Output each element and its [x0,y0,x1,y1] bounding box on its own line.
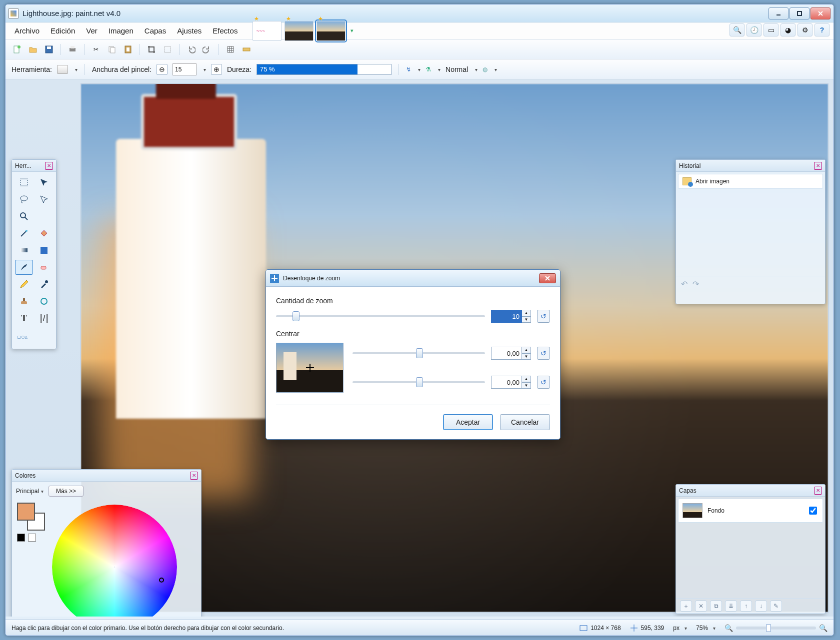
layer-duplicate-button[interactable]: ⧉ [710,601,722,612]
status-zoom-dropdown-icon[interactable] [711,625,716,632]
swap-mini-b[interactable] [28,534,36,542]
colors-more-button[interactable]: Más >> [48,486,84,497]
dialog-cancel-button[interactable]: Cancelar [500,414,550,430]
minimize-button[interactable] [768,7,788,19]
zoom-out-icon[interactable]: 🔍 [724,624,733,632]
center-preview[interactable] [276,343,344,393]
globe-dropdown[interactable] [492,66,497,73]
tool-wand[interactable] [15,226,33,241]
blend-mode-label[interactable]: Normal [446,65,468,73]
aux-wand-icon[interactable]: 🔍 [730,23,744,36]
close-button[interactable] [810,7,830,19]
color-wheel[interactable] [52,505,177,617]
fill-icon[interactable]: ⚗ [426,66,431,73]
aux-window-icon[interactable]: ▭ [764,23,778,36]
zoom-slider[interactable] [736,627,816,630]
dialog-accept-button[interactable]: Aceptar [443,414,493,430]
antialias-icon[interactable]: ↯ [406,66,411,73]
tool-zoom[interactable] [15,209,33,224]
paste-button[interactable] [122,43,134,56]
tool-bucket[interactable] [35,226,53,241]
tool-pan[interactable] [35,209,53,224]
tool-brush[interactable] [15,260,33,275]
layer-row[interactable]: Fondo [678,499,823,523]
status-unit-dropdown-icon[interactable] [682,625,687,632]
fill-dropdown[interactable] [436,66,440,73]
image-tab-1[interactable] [284,21,314,41]
tool-eyedropper[interactable] [35,277,53,292]
aux-gear-icon[interactable]: ⚙ [798,23,812,36]
history-item[interactable]: Abrir imagen [678,174,823,189]
brush-width-input[interactable] [172,63,196,75]
globe-icon[interactable]: ◍ [482,66,488,73]
image-tab-0[interactable]: ~~~ [252,21,282,41]
tool-shapes[interactable] [15,330,30,345]
layer-merge-button[interactable]: ⇊ [725,601,737,612]
layer-props-button[interactable]: ✎ [770,601,782,612]
menu-efectos[interactable]: Efectos [208,23,242,38]
image-tabs-dropdown-icon[interactable]: ▾ [348,27,356,34]
tool-rect-select[interactable] [15,175,33,190]
cut-button[interactable]: ✂ [90,43,102,56]
history-redo-icon[interactable]: ↷ [692,279,699,289]
layer-visible-checkbox[interactable] [809,507,817,515]
tool-pencil[interactable] [15,277,33,292]
primary-color-swatch[interactable] [17,503,35,521]
brush-width-dropdown-icon[interactable] [202,66,206,73]
zoom-blur-dialog[interactable]: Desenfoque de zoom Cantidad de zoom ▲▼ ↺… [266,269,560,440]
center-x-reset-button[interactable]: ↺ [537,347,550,360]
tools-panel[interactable]: Herr... ✕ T ⎮/⎮ [12,159,56,349]
menu-archivo[interactable]: Archivo [10,23,44,38]
center-y-spin-up[interactable]: ▲ [522,376,531,382]
copy-button[interactable] [106,43,118,56]
open-file-button[interactable] [26,43,40,56]
menu-ajustes[interactable]: Ajustes [172,23,206,38]
new-file-button[interactable] [10,43,24,56]
center-y-slider[interactable] [352,381,485,383]
tool-eraser[interactable] [35,260,53,275]
zoom-amount-spin-up[interactable]: ▲ [522,310,531,316]
layers-panel-close-icon[interactable]: ✕ [814,487,822,495]
tool-lasso[interactable] [15,192,33,207]
tool-recolor[interactable] [35,294,53,309]
tool-clone[interactable] [15,294,33,309]
zoom-amount-reset-button[interactable]: ↺ [537,310,550,323]
color-mode-select[interactable]: Principal [16,488,44,495]
blend-mode-dropdown[interactable] [473,66,478,73]
tool-move[interactable] [35,192,53,207]
redo-button[interactable] [200,43,214,56]
ruler-button[interactable] [240,43,253,56]
center-y-input[interactable] [491,376,522,389]
aux-help-icon[interactable]: ? [814,23,830,36]
center-x-spin-down[interactable]: ▼ [522,353,531,360]
aux-clock-icon[interactable]: 🕘 [746,23,762,36]
colors-panel[interactable]: Colores ✕ Principal Más >> [12,469,202,617]
tools-panel-close-icon[interactable]: ✕ [45,162,53,170]
grid-button[interactable] [224,43,237,56]
antialias-dropdown[interactable] [416,66,420,73]
tool-color-select[interactable] [35,243,53,258]
swap-mini-a[interactable] [17,534,25,542]
menu-ver[interactable]: Ver [81,23,102,38]
aux-colorwheel-icon[interactable]: ◕ [780,23,796,36]
color-swatch-pair[interactable] [17,503,45,531]
tool-move-select[interactable] [35,175,53,190]
image-tab-2[interactable] [316,21,346,41]
print-button[interactable] [66,43,79,56]
tool-text[interactable]: T [15,311,33,326]
zoom-amount-input[interactable] [491,310,522,323]
menu-imagen[interactable]: Imagen [104,23,138,38]
undo-button[interactable] [184,43,198,56]
save-button[interactable] [42,43,56,56]
dialog-close-button[interactable] [539,273,556,283]
layer-delete-button[interactable]: ✕ [695,601,707,612]
crop-button[interactable] [145,43,158,56]
brush-width-decrease-button[interactable]: ⊖ [156,64,168,75]
menu-edicion[interactable]: Edición [46,23,80,38]
brush-width-increase-button[interactable]: ⊕ [211,64,222,75]
zoom-amount-slider[interactable] [276,315,485,317]
history-panel-close-icon[interactable]: ✕ [814,162,822,170]
center-x-spin-up[interactable]: ▲ [522,347,531,353]
status-unit[interactable]: px [673,625,680,632]
tool-line[interactable]: ⎮/⎮ [35,311,53,326]
